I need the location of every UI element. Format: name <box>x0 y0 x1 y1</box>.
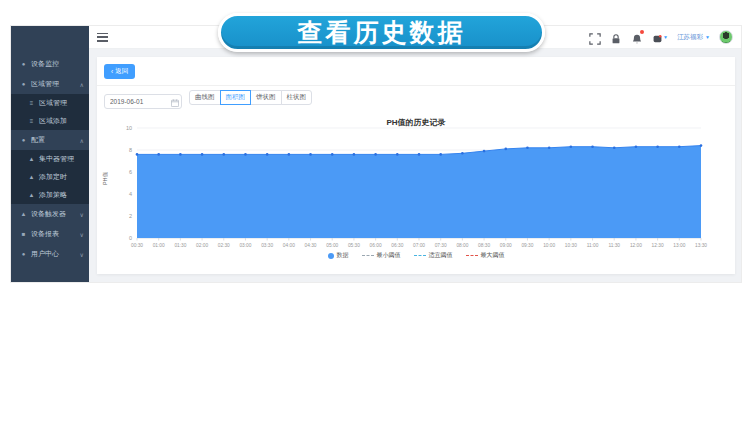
calendar-icon[interactable] <box>171 93 179 101</box>
sidebar-item-region-add[interactable]: ≡区域添加 <box>11 112 89 130</box>
legend-label: 最小阈值 <box>377 251 401 260</box>
svg-text:6: 6 <box>129 169 132 175</box>
svg-text:06:30: 06:30 <box>391 243 403 248</box>
svg-text:8: 8 <box>129 147 132 153</box>
svg-text:13:00: 13:00 <box>673 243 685 248</box>
back-button-label: 返回 <box>115 67 128 76</box>
svg-text:07:30: 07:30 <box>435 243 447 248</box>
divider <box>97 85 735 86</box>
legend-dot-swatch <box>328 253 334 259</box>
legend-item[interactable]: 最大阈值 <box>466 251 505 260</box>
chevron-up-icon: ∧ <box>80 81 84 88</box>
annotation-banner: 查看历史数据 <box>218 13 545 52</box>
sidebar-item-add-strategy[interactable]: ▲添加策略 <box>11 186 89 204</box>
svg-text:10:00: 10:00 <box>543 243 555 248</box>
content-card: ‹ 返回 曲线图面积图饼状图柱状图 PH值的历史记录 PH值 024681000… <box>97 57 735 274</box>
back-chevron-icon: ‹ <box>111 68 113 75</box>
pie-chart-button[interactable]: 饼状图 <box>250 90 282 105</box>
chevron-down-icon: ∨ <box>80 231 84 238</box>
annotation-banner-title: 查看历史数据 <box>298 20 466 45</box>
svg-text:04:30: 04:30 <box>305 243 317 248</box>
svg-text:05:00: 05:00 <box>326 243 338 248</box>
username-label: 江苏福彩 <box>677 33 703 42</box>
sidebar-item-label: 区域管理 <box>31 79 59 89</box>
svg-text:01:00: 01:00 <box>153 243 165 248</box>
svg-text:09:00: 09:00 <box>500 243 512 248</box>
region-mgmt-icon: ● <box>20 81 27 87</box>
date-picker <box>104 90 182 105</box>
concentrator-icon: ▲ <box>28 156 35 162</box>
chevron-up-icon: ∧ <box>80 137 84 144</box>
sidebar-item-label: 区域管理 <box>39 98 67 108</box>
sidebar-item-concentrator-mgmt[interactable]: ▲集中器管理 <box>11 150 89 168</box>
svg-text:0: 0 <box>129 235 132 241</box>
config-icon: ● <box>20 137 27 143</box>
sidebar-item-label: 设备报表 <box>31 229 59 239</box>
svg-text:03:00: 03:00 <box>239 243 251 248</box>
back-button[interactable]: ‹ 返回 <box>104 64 135 79</box>
svg-text:02:30: 02:30 <box>218 243 230 248</box>
svg-text:04:00: 04:00 <box>283 243 295 248</box>
hamburger-menu-icon[interactable] <box>97 33 108 42</box>
chart-type-group: 曲线图面积图饼状图柱状图 <box>189 90 312 105</box>
svg-text:4: 4 <box>129 191 132 197</box>
legend-dash-swatch <box>466 255 478 256</box>
svg-text:03:30: 03:30 <box>261 243 273 248</box>
lock-icon[interactable] <box>610 31 622 43</box>
svg-text:02:00: 02:00 <box>196 243 208 248</box>
svg-text:2: 2 <box>129 213 132 219</box>
bell-icon[interactable] <box>631 31 643 43</box>
avatar[interactable] <box>719 30 733 44</box>
sidebar-item-add-timer[interactable]: ▲添加定时 <box>11 168 89 186</box>
sidebar-item-label: 设备监控 <box>31 59 59 69</box>
chevron-down-icon: ▼ <box>705 34 710 40</box>
svg-text:10:30: 10:30 <box>565 243 577 248</box>
svg-text:13:30: 13:30 <box>695 243 707 248</box>
svg-text:00:30: 00:30 <box>131 243 143 248</box>
bar-chart-button[interactable]: 柱状图 <box>281 90 313 105</box>
page: 查看历史数据 ●设备监控●区域管理∧≡区域管理≡区域添加●配置∧▲集中器管理▲添… <box>0 0 749 438</box>
sidebar-item-config[interactable]: ●配置∧ <box>11 130 89 150</box>
svg-text:12:00: 12:00 <box>630 243 642 248</box>
legend-label: 适宜阈值 <box>429 251 453 260</box>
tools-icon[interactable]: ▼ <box>652 31 668 43</box>
sidebar-item-label: 配置 <box>31 135 45 145</box>
svg-text:10: 10 <box>126 125 132 131</box>
legend-dash-swatch <box>414 255 426 256</box>
line-chart-button[interactable]: 曲线图 <box>189 90 221 105</box>
legend-dash-swatch <box>362 255 374 256</box>
sidebar-item-region-mgmt-sub[interactable]: ≡区域管理 <box>11 94 89 112</box>
device-monitor-icon: ● <box>20 61 27 67</box>
sidebar-item-user-center[interactable]: ●用户中心∨ <box>11 244 89 264</box>
sidebar-item-device-trigger[interactable]: ▲设备触发器∨ <box>11 204 89 224</box>
sidebar-item-device-report[interactable]: ■设备报表∨ <box>11 224 89 244</box>
legend-item[interactable]: 最小阈值 <box>362 251 401 260</box>
svg-text:01:30: 01:30 <box>174 243 186 248</box>
username-dropdown[interactable]: 江苏福彩 ▼ <box>677 33 710 42</box>
chevron-down-icon: ∨ <box>80 211 84 218</box>
sidebar: ●设备监控●区域管理∧≡区域管理≡区域添加●配置∧▲集中器管理▲添加定时▲添加策… <box>11 26 89 282</box>
sidebar-item-region-mgmt[interactable]: ●区域管理∧ <box>11 74 89 94</box>
add-strategy-icon: ▲ <box>28 192 35 198</box>
fullscreen-icon[interactable] <box>589 31 601 43</box>
svg-text:06:00: 06:00 <box>370 243 382 248</box>
svg-text:05:30: 05:30 <box>348 243 360 248</box>
notification-badge <box>640 30 644 34</box>
controls-row: 曲线图面积图饼状图柱状图 <box>104 90 312 105</box>
legend-item[interactable]: 适宜阈值 <box>414 251 453 260</box>
app-window: ●设备监控●区域管理∧≡区域管理≡区域添加●配置∧▲集中器管理▲添加定时▲添加策… <box>10 25 742 283</box>
sidebar-item-label: 集中器管理 <box>39 154 74 164</box>
sidebar-item-device-monitor[interactable]: ●设备监控 <box>11 54 89 74</box>
area-chart-svg: 024681000:3001:0001:3002:0002:3003:0003:… <box>97 124 737 259</box>
svg-text:11:00: 11:00 <box>587 243 599 248</box>
svg-text:08:00: 08:00 <box>456 243 468 248</box>
chevron-down-icon: ∨ <box>80 251 84 258</box>
legend-label: 最大阈值 <box>481 251 505 260</box>
legend-item[interactable]: 数据 <box>328 251 349 260</box>
svg-text:07:00: 07:00 <box>413 243 425 248</box>
topbar-right: ▼ 江苏福彩 ▼ <box>589 30 741 44</box>
region-list-icon: ≡ <box>28 100 35 106</box>
device-trigger-icon: ▲ <box>20 211 27 217</box>
chevron-down-icon: ▼ <box>663 34 668 40</box>
area-chart-button[interactable]: 面积图 <box>220 90 252 105</box>
